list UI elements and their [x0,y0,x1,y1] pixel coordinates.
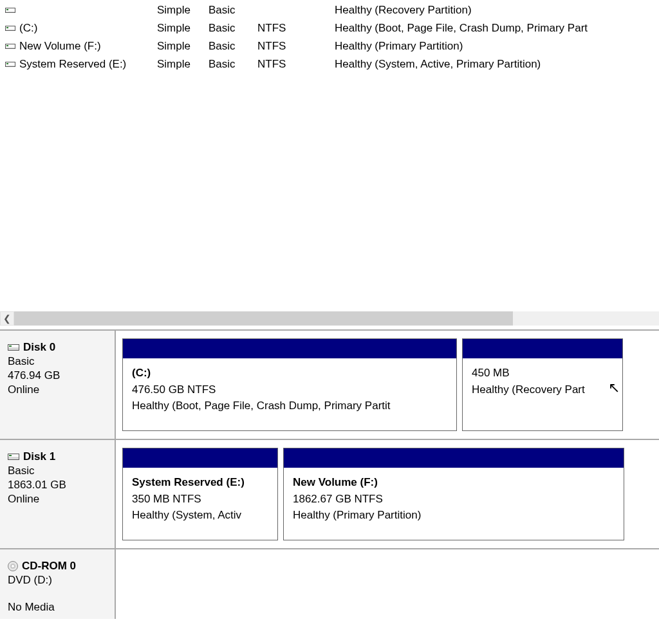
disk-kind: Basic [8,465,109,477]
disk-partitions: (C:) 476.50 GB NTFS Healthy (Boot, Page … [116,331,659,439]
volume-layout: Simple [157,4,209,17]
disk-kind: DVD (D:) [8,574,109,587]
volume-row[interactable]: System Reserved (E:) Simple Basic NTFS H… [4,55,659,73]
volume-type: Basic [209,40,257,53]
drive-icon [4,44,17,49]
disk-partitions [116,549,659,619]
partition-stripe [284,448,624,468]
disk-partitions: System Reserved (E:) 350 MB NTFS Healthy… [116,440,659,548]
partition-status: Healthy (Primary Partition) [293,507,615,524]
disk-icon [8,454,19,460]
volume-type: Basic [209,22,257,35]
volume-row[interactable]: (C:) Simple Basic NTFS Healthy (Boot, Pa… [4,19,659,37]
volume-fs: NTFS [257,22,335,35]
volume-layout: Simple [157,40,209,53]
partition-info: 450 MB [472,365,613,382]
volume-name: New Volume (F:) [17,40,157,53]
partition-name: New Volume (F:) [293,474,615,491]
volume-layout: Simple [157,58,209,71]
partition-status: Healthy (System, Activ [132,507,268,524]
disk-info[interactable]: CD-ROM 0 DVD (D:) No Media [0,549,116,619]
volume-layout: Simple [157,22,209,35]
disk-map: Disk 0 Basic 476.94 GB Online (C:) 476.5… [0,329,659,619]
disk-size: 476.94 GB [8,369,109,382]
scroll-thumb[interactable] [14,311,513,326]
volume-name: (C:) [17,22,157,35]
scroll-left-button[interactable]: ❮ [0,311,14,326]
disk-size: 1863.01 GB [8,479,109,492]
horizontal-scrollbar[interactable]: ❮ [0,311,659,326]
volume-list: Simple Basic Healthy (Recovery Partition… [0,0,659,73]
cdrom-icon [8,561,18,571]
partition-stripe [123,448,277,468]
partition-status: Healthy (Boot, Page File, Crash Dump, Pr… [132,398,447,414]
volume-status: Healthy (Boot, Page File, Crash Dump, Pr… [335,22,659,35]
volume-fs: NTFS [257,40,335,53]
disk-size [8,588,109,600]
disk-row: Disk 1 Basic 1863.01 GB Online System Re… [0,440,659,549]
drive-icon [4,62,17,67]
disk-row: CD-ROM 0 DVD (D:) No Media [0,549,659,619]
volume-type: Basic [209,58,257,71]
volume-status: Healthy (Primary Partition) [335,40,659,53]
disk-state: Online [8,493,109,506]
partition-info: 476.50 GB NTFS [132,382,447,398]
disk-title: CD-ROM 0 [22,560,76,573]
partition-info: 1862.67 GB NTFS [293,491,615,508]
volume-name: System Reserved (E:) [17,58,157,71]
partition[interactable]: (C:) 476.50 GB NTFS Healthy (Boot, Page … [122,338,457,431]
partition[interactable]: New Volume (F:) 1862.67 GB NTFS Healthy … [283,448,624,540]
drive-icon [4,26,17,31]
scroll-track[interactable] [14,311,659,326]
drive-icon [4,8,17,13]
disk-title: Disk 1 [23,450,55,463]
disk-info[interactable]: Disk 1 Basic 1863.01 GB Online [0,440,116,548]
partition[interactable]: System Reserved (E:) 350 MB NTFS Healthy… [122,448,278,540]
partition-status: Healthy (Recovery Part [472,382,613,398]
partition-name: (C:) [132,365,447,382]
partition[interactable]: 450 MB Healthy (Recovery Part [462,338,623,431]
disk-title: Disk 0 [23,341,55,354]
volume-fs: NTFS [257,58,335,71]
volume-status: Healthy (System, Active, Primary Partiti… [335,58,659,71]
disk-state: Online [8,383,109,396]
disk-kind: Basic [8,355,109,368]
partition-stripe [463,339,622,358]
volume-type: Basic [209,4,257,17]
disk-info[interactable]: Disk 0 Basic 476.94 GB Online [0,331,116,439]
volume-row[interactable]: New Volume (F:) Simple Basic NTFS Health… [4,37,659,55]
partition-name: System Reserved (E:) [132,474,268,491]
disk-row: Disk 0 Basic 476.94 GB Online (C:) 476.5… [0,331,659,440]
volume-row[interactable]: Simple Basic Healthy (Recovery Partition… [4,1,659,19]
volume-status: Healthy (Recovery Partition) [335,4,659,17]
disk-icon [8,344,19,351]
partition-info: 350 MB NTFS [132,491,268,508]
disk-state: No Media [8,601,109,614]
partition-stripe [123,339,456,358]
